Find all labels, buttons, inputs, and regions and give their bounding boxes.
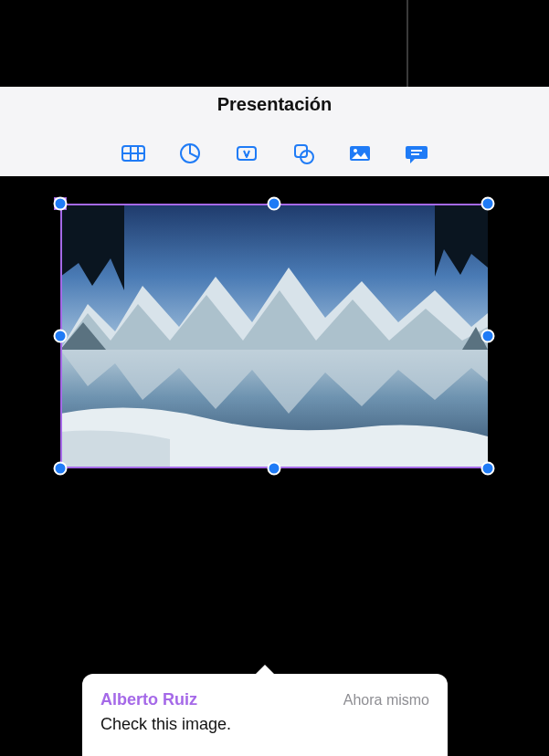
selected-image[interactable] — [60, 204, 488, 468]
landscape-image — [60, 204, 488, 468]
text-icon[interactable] — [233, 140, 260, 167]
resize-handle-se[interactable] — [481, 462, 495, 476]
shape-icon[interactable] — [290, 140, 317, 167]
resize-handle-e[interactable] — [481, 330, 495, 343]
comment-timestamp: Ahora mismo — [343, 692, 429, 709]
chart-icon[interactable] — [176, 140, 204, 167]
slide-canvas[interactable]: Alberto Ruiz Ahora mismo Check this imag… — [0, 176, 549, 756]
document-title: Presentación — [0, 94, 549, 115]
resize-handle-ne[interactable] — [481, 197, 495, 211]
insert-toolbar — [0, 140, 549, 167]
comment-icon[interactable] — [403, 140, 430, 167]
comment-header: Alberto Ruiz Ahora mismo — [82, 674, 448, 713]
popover-arrow — [254, 665, 276, 676]
image-icon[interactable] — [346, 140, 374, 167]
table-icon[interactable] — [120, 140, 147, 167]
comment-body: Check this image. — [82, 713, 448, 734]
svg-point-10 — [354, 149, 357, 152]
resize-handle-sw[interactable] — [54, 462, 68, 476]
resize-handle-w[interactable] — [54, 330, 68, 343]
app-header: Presentación — [0, 87, 549, 177]
resize-handle-s[interactable] — [268, 462, 281, 476]
resize-handle-nw[interactable] — [54, 197, 68, 211]
comment-author: Alberto Ruiz — [100, 690, 197, 709]
comment-popover: Alberto Ruiz Ahora mismo Check this imag… — [82, 674, 448, 756]
resize-handle-n[interactable] — [268, 197, 281, 211]
